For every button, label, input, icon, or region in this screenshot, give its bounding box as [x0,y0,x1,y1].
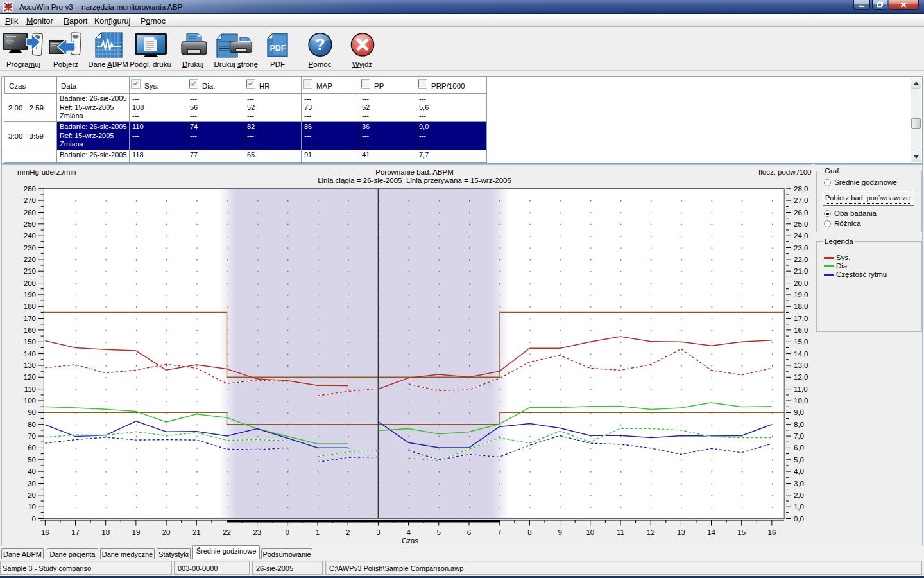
svg-text:5,0: 5,0 [794,456,804,464]
svg-text:1,0: 1,0 [794,503,804,511]
svg-text:3,0: 3,0 [794,480,804,487]
svg-text:3: 3 [376,529,380,536]
svg-text:30: 30 [28,480,36,487]
svg-text:7,0: 7,0 [794,432,804,440]
svg-text:280: 280 [24,185,36,193]
svg-text:230: 230 [24,244,36,252]
svg-text:120: 120 [24,373,36,381]
svg-text:?: ? [315,35,325,53]
svg-text:Czas: Czas [402,537,418,545]
svg-text:80: 80 [28,421,36,428]
svg-text:8,0: 8,0 [794,421,804,428]
svg-text:27,0: 27,0 [794,197,808,204]
svg-text:PDF: PDF [270,44,286,53]
svg-text:40: 40 [28,468,36,475]
svg-text:2,0: 2,0 [794,491,804,499]
svg-text:190: 190 [24,291,36,299]
svg-text:6,0: 6,0 [794,444,804,451]
svg-text:0: 0 [32,515,36,523]
svg-text:10,0: 10,0 [794,397,808,405]
svg-text:17,0: 17,0 [794,315,808,322]
svg-text:15,0: 15,0 [794,338,808,346]
svg-text:10: 10 [28,503,36,511]
svg-text:4: 4 [406,529,411,536]
svg-text:240: 240 [24,232,36,240]
svg-text:130: 130 [24,362,36,369]
svg-text:7: 7 [497,529,501,536]
svg-text:Ilocz. podw./1000: Ilocz. podw./1000 [758,168,815,176]
svg-text:4,0: 4,0 [794,468,804,475]
svg-text:170: 170 [24,315,36,322]
svg-text:20,0: 20,0 [794,279,808,287]
svg-text:AWP: AWP [4,3,12,6]
svg-text:210: 210 [24,267,36,275]
svg-text:21: 21 [193,529,201,536]
svg-text:2: 2 [346,529,350,536]
svg-text:26,0: 26,0 [794,209,808,216]
svg-text:12: 12 [647,529,655,536]
svg-text:270: 270 [24,197,36,204]
svg-text:22,0: 22,0 [794,256,808,263]
svg-text:50: 50 [28,456,36,464]
svg-text:11,0: 11,0 [794,385,808,393]
svg-text:19: 19 [132,529,141,536]
svg-text:70: 70 [28,432,36,440]
svg-text:20: 20 [162,529,171,536]
svg-text:17: 17 [71,529,80,536]
svg-text:16: 16 [768,529,776,536]
svg-text:100: 100 [24,397,36,405]
svg-text:60: 60 [28,444,36,451]
svg-text:16,0: 16,0 [794,326,808,334]
svg-text:220: 220 [24,256,36,263]
svg-text:140: 140 [24,350,36,358]
svg-text:22: 22 [223,529,231,536]
svg-text:23: 23 [253,529,261,536]
svg-text:160: 160 [24,326,36,334]
svg-text:110: 110 [24,385,36,393]
svg-text:12,0: 12,0 [794,373,808,381]
svg-text:250: 250 [24,220,36,228]
svg-text:0,0: 0,0 [794,515,804,523]
svg-text:16: 16 [41,529,49,536]
svg-text:10: 10 [586,529,594,536]
svg-text:Porównanie bad. ABPM: Porównanie bad. ABPM [375,168,453,176]
svg-text:150: 150 [24,338,36,346]
svg-text:13,0: 13,0 [794,362,808,369]
svg-text:13: 13 [677,529,685,536]
svg-text:1: 1 [316,529,320,536]
svg-text:14,0: 14,0 [794,350,808,358]
svg-text:Linia ciągła = 26-sie-2005 Li: Linia ciągła = 26-sie-2005 Linia przeryw… [318,177,511,184]
svg-text:15: 15 [737,529,746,536]
svg-text:24,0: 24,0 [794,232,808,240]
svg-text:19,0: 19,0 [794,291,808,299]
svg-text:6: 6 [467,529,471,536]
svg-text:9,0: 9,0 [794,408,804,416]
svg-text:90: 90 [28,408,36,416]
svg-text:18: 18 [101,529,110,536]
svg-text:23,0: 23,0 [794,244,808,252]
svg-text:11: 11 [617,529,624,536]
svg-text:18,0: 18,0 [794,302,808,310]
svg-text:14: 14 [707,529,715,536]
svg-text:mmHg-uderz./min: mmHg-uderz./min [17,168,76,176]
svg-text:25,0: 25,0 [794,220,808,228]
svg-text:20: 20 [28,491,36,499]
svg-text:180: 180 [24,302,36,310]
svg-text:260: 260 [24,209,36,216]
svg-text:5: 5 [437,529,441,536]
svg-text:21,0: 21,0 [794,267,808,275]
svg-text:200: 200 [24,279,36,287]
svg-text:0: 0 [286,529,289,536]
svg-text:8: 8 [527,529,531,536]
svg-text:9: 9 [558,529,561,536]
svg-text:28,0: 28,0 [794,185,808,193]
